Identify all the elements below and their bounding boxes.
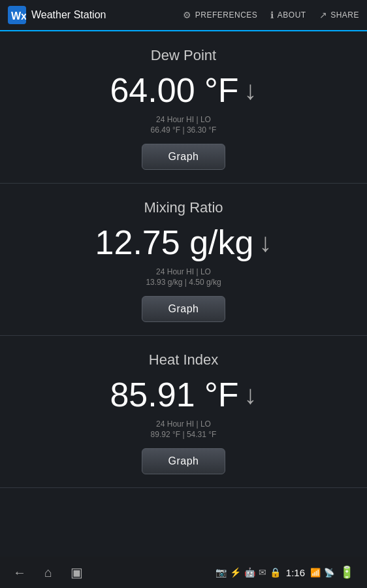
preferences-button[interactable]: ⚙ PREFERENCES (183, 10, 257, 20)
status-icons: 📷 ⚡ 🤖 ✉ 🔒 (215, 567, 281, 578)
about-button[interactable]: ℹ ABOUT (270, 10, 306, 20)
dew-point-value: 64.00 °F ↓ (110, 71, 257, 110)
dew-point-hi-lo-values: 66.49 °F | 36.30 °F (151, 125, 217, 135)
mixing-ratio-value: 12.75 g/kg ↓ (95, 223, 272, 262)
action-bar-right: ⚙ PREFERENCES ℹ ABOUT ↗ SHARE (183, 10, 359, 20)
app-logo-icon: Wx (8, 6, 26, 24)
dew-point-hi-lo-label: 24 Hour HI | LO (156, 115, 211, 124)
mixing-ratio-hi-lo-values: 13.93 g/kg | 4.50 g/kg (146, 278, 221, 287)
mixing-ratio-title: Mixing Ratio (144, 199, 223, 216)
signal-icon: 📶 (310, 568, 321, 578)
preferences-label: PREFERENCES (195, 10, 258, 20)
wifi-icon: 📡 (324, 568, 334, 578)
heat-index-hi-lo-values: 89.92 °F | 54.31 °F (151, 430, 217, 439)
recents-button[interactable]: ▣ (71, 564, 83, 580)
heat-index-value: 85.91 °F ↓ (110, 375, 257, 414)
heat-index-trend-icon: ↓ (244, 380, 257, 410)
screenshot-icon: 📷 (215, 567, 227, 578)
mail-icon: ✉ (259, 567, 266, 578)
nav-left: ← ⌂ ▣ (13, 564, 83, 580)
mixing-ratio-trend-icon: ↓ (259, 228, 272, 257)
about-label: ABOUT (278, 10, 306, 20)
about-icon: ℹ (270, 10, 274, 20)
connectivity-icons: 📶 📡 (310, 568, 334, 578)
main-content: Dew Point 64.00 °F ↓ 24 Hour HI | LO 66.… (0, 31, 367, 557)
battery-icon: 🔋 (340, 565, 354, 580)
app-logo: Wx Weather Station (8, 6, 106, 24)
action-bar: Wx Weather Station ⚙ PREFERENCES ℹ ABOUT… (0, 0, 367, 31)
nav-right: 📷 ⚡ 🤖 ✉ 🔒 1:16 📶 📡 🔋 (215, 565, 354, 580)
heat-index-graph-button[interactable]: Graph (142, 448, 226, 474)
nav-bar: ← ⌂ ▣ 📷 ⚡ 🤖 ✉ 🔒 1:16 📶 📡 🔋 (0, 557, 367, 588)
share-label: SHARE (330, 10, 359, 20)
heat-index-hi-lo-label: 24 Hour HI | LO (156, 419, 211, 429)
mixing-ratio-graph-button[interactable]: Graph (142, 296, 226, 322)
share-icon: ↗ (319, 10, 328, 20)
usb-icon: ⚡ (230, 567, 241, 578)
dew-point-trend-icon: ↓ (244, 76, 257, 105)
mixing-ratio-section: Mixing Ratio 12.75 g/kg ↓ 24 Hour HI | L… (0, 184, 367, 336)
dew-point-graph-button[interactable]: Graph (142, 144, 226, 170)
heat-index-reading: 85.91 °F (110, 375, 238, 414)
dew-point-section: Dew Point 64.00 °F ↓ 24 Hour HI | LO 66.… (0, 31, 367, 184)
dew-point-reading: 64.00 °F (110, 71, 238, 110)
mixing-ratio-hi-lo-label: 24 Hour HI | LO (156, 267, 211, 276)
mixing-ratio-reading: 12.75 g/kg (95, 223, 254, 262)
svg-text:Wx: Wx (11, 10, 26, 22)
dew-point-title: Dew Point (151, 47, 216, 64)
heat-index-section: Heat Index 85.91 °F ↓ 24 Hour HI | LO 89… (0, 336, 367, 488)
app-title: Weather Station (31, 9, 106, 21)
lock-icon: 🔒 (270, 567, 281, 578)
heat-index-title: Heat Index (149, 351, 218, 368)
time-display: 1:16 (286, 567, 305, 578)
preferences-icon: ⚙ (183, 10, 192, 20)
share-button[interactable]: ↗ SHARE (319, 10, 359, 20)
android-icon: 🤖 (244, 567, 255, 578)
home-button[interactable]: ⌂ (44, 565, 52, 580)
back-button[interactable]: ← (13, 565, 26, 580)
